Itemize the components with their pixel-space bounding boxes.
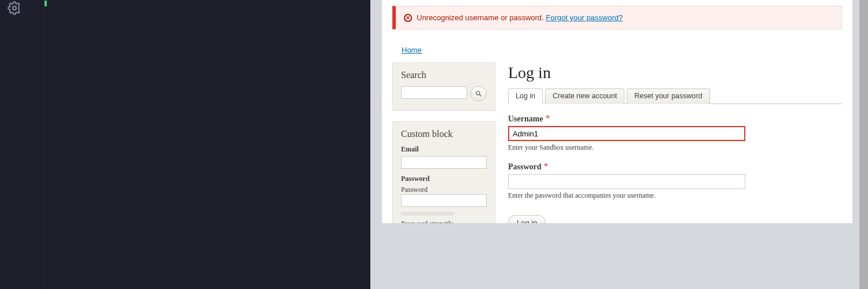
search-block: Search bbox=[392, 62, 495, 111]
svg-point-0 bbox=[13, 6, 16, 10]
error-icon: ✕ bbox=[404, 14, 412, 22]
search-input[interactable] bbox=[401, 86, 467, 99]
error-alert: ✕ Unrecognized username or password. For… bbox=[392, 6, 842, 29]
password-form-item: Password * Enter the password that accom… bbox=[508, 161, 842, 200]
password-label: Password bbox=[508, 162, 542, 171]
editor-gutter-modified-indicator bbox=[45, 1, 47, 6]
tab-create-account[interactable]: Create new account bbox=[545, 88, 624, 104]
editor-panel bbox=[0, 0, 370, 289]
sidebar: Search Custom block Email Password Passw… bbox=[392, 62, 495, 223]
error-message-text: Unrecognized username or password. bbox=[417, 13, 544, 22]
custom-block-title: Custom block bbox=[401, 129, 487, 139]
password-section-label: Password bbox=[401, 175, 487, 183]
editor-activity-bar bbox=[0, 0, 29, 289]
password-description: Enter the password that accompanies your… bbox=[508, 191, 842, 200]
browser-panel: ✕ Unrecognized username or password. For… bbox=[370, 0, 868, 289]
username-label: Username bbox=[508, 114, 543, 123]
breadcrumb: Home bbox=[402, 46, 852, 54]
page-title: Log in bbox=[508, 64, 842, 82]
forgot-password-link[interactable]: Forgot your password? bbox=[546, 13, 623, 22]
tab-login[interactable]: Log in bbox=[508, 88, 543, 104]
tab-reset-password[interactable]: Reset your password bbox=[627, 88, 709, 104]
login-button[interactable]: Log in bbox=[508, 215, 546, 223]
browser-scrollbar[interactable] bbox=[859, 0, 868, 289]
password-input[interactable] bbox=[508, 174, 745, 189]
username-input[interactable] bbox=[508, 126, 745, 141]
main-column: Log in Log in Create new account Reset y… bbox=[508, 62, 842, 223]
page-content: ✕ Unrecognized username or password. For… bbox=[382, 0, 852, 223]
search-icon bbox=[475, 90, 483, 98]
password-field-sidebar[interactable] bbox=[401, 194, 487, 207]
search-block-title: Search bbox=[401, 70, 487, 80]
gear-icon[interactable] bbox=[8, 1, 21, 15]
required-marker: * bbox=[544, 161, 549, 171]
email-field[interactable] bbox=[401, 156, 487, 169]
username-description: Enter your Sandbox username. bbox=[508, 143, 842, 152]
password-inner-label: Password bbox=[401, 186, 487, 194]
email-label: Email bbox=[401, 145, 487, 154]
breadcrumb-home-link[interactable]: Home bbox=[402, 46, 422, 54]
tabs: Log in Create new account Reset your pas… bbox=[508, 88, 842, 104]
search-button[interactable] bbox=[470, 86, 487, 101]
required-marker: * bbox=[546, 113, 550, 123]
username-form-item: Username * Enter your Sandbox username. bbox=[508, 113, 842, 152]
custom-block: Custom block Email Password Password Pas… bbox=[392, 121, 495, 223]
password-strength-label: Password strength: bbox=[401, 220, 454, 223]
password-strength-bar bbox=[401, 212, 454, 216]
editor-divider bbox=[44, 0, 45, 289]
